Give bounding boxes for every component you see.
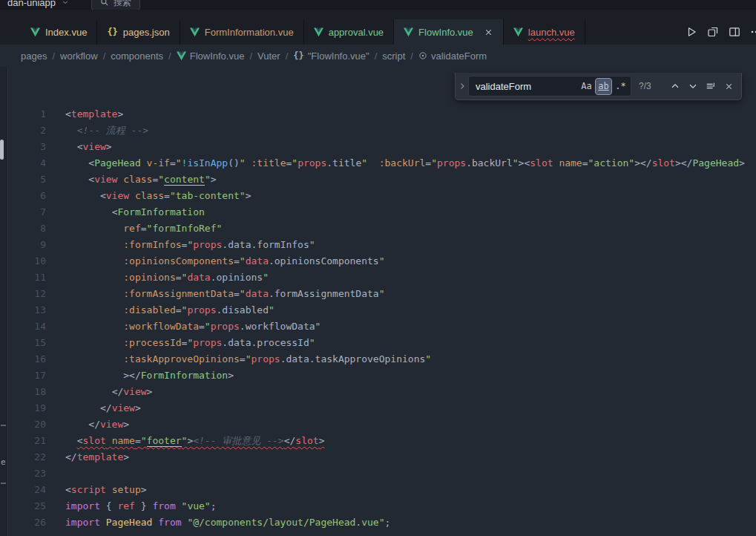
- code-line[interactable]: 9 :formInfos="props.data.formInfos": [7, 237, 756, 253]
- clipped-text-fragment: e: [1, 457, 6, 467]
- line-number: 1: [7, 106, 46, 122]
- code-line-content: ref="formInfoRef": [46, 220, 222, 237]
- line-number: 13: [7, 302, 46, 318]
- project-name[interactable]: dan-uniapp: [7, 0, 56, 8]
- breadcrumb-item[interactable]: pages: [21, 50, 47, 62]
- code-line-content: <view class="content">: [46, 171, 217, 188]
- code-line[interactable]: 23: [7, 465, 756, 482]
- command-center-search[interactable]: 搜索: [91, 0, 140, 10]
- whole-word-button[interactable]: ab: [596, 79, 611, 94]
- breadcrumb-item[interactable]: validateForm: [418, 50, 487, 62]
- close-tab-icon[interactable]: [484, 27, 493, 37]
- code-line-content: </template>: [46, 449, 129, 465]
- code-area[interactable]: 1<template>2 <!-- 流程 -->3 <view>4 <PageH…: [7, 67, 756, 536]
- find-in-selection-button[interactable]: [703, 78, 719, 94]
- run-button[interactable]: [683, 24, 699, 40]
- previous-match-button[interactable]: [667, 78, 683, 94]
- tab-index-vue[interactable]: Index.vue: [21, 19, 97, 45]
- code-line[interactable]: 3 <view>: [7, 139, 756, 155]
- code-line[interactable]: 26import PageHead from "@/components/lay…: [7, 514, 756, 531]
- vue-icon: [177, 51, 186, 61]
- code-line[interactable]: 5 <view class="content">: [7, 171, 756, 188]
- line-number: 15: [7, 335, 46, 351]
- code-line-content: <FormInformation: [46, 204, 205, 220]
- vue-icon: [30, 27, 40, 37]
- line-number: 6: [7, 188, 46, 204]
- code-line-content: :processId="props.data.processId": [46, 335, 315, 351]
- code-line-content: <!-- 流程 -->: [46, 122, 148, 139]
- breadcrumb-item[interactable]: components: [111, 50, 163, 62]
- line-number: 16: [7, 351, 46, 367]
- breadcrumb-item[interactable]: Vuter: [257, 50, 280, 62]
- line-number: 12: [7, 286, 46, 302]
- line-number: 19: [7, 400, 46, 416]
- code-line[interactable]: 17 ></FormInformation>: [7, 367, 756, 384]
- line-number: 22: [7, 449, 46, 465]
- code-line[interactable]: 4 <PageHead v-if="!isInApp()" :title="pr…: [7, 155, 756, 171]
- code-line[interactable]: 2 <!-- 流程 -->: [7, 122, 756, 139]
- toggle-replace-button[interactable]: [456, 73, 468, 99]
- run-debug-button[interactable]: [705, 24, 720, 40]
- split-icon: [729, 26, 740, 38]
- code-line-content: <template>: [46, 106, 123, 122]
- line-number: 9: [7, 237, 46, 253]
- tab-flowinfo-vue[interactable]: FlowInfo.vue: [394, 19, 504, 45]
- code-line[interactable]: 14 :workflowData="props.workflowData": [7, 318, 756, 335]
- code-line[interactable]: 8 ref="formInfoRef": [7, 220, 756, 237]
- breadcrumb-label: Vuter: [257, 50, 280, 62]
- more-actions-button[interactable]: [748, 24, 756, 40]
- code-line[interactable]: 15 :processId="props.data.processId": [7, 335, 756, 351]
- regex-button[interactable]: .*: [613, 79, 628, 94]
- code-line[interactable]: 18 </view>: [7, 384, 756, 400]
- breadcrumb-item[interactable]: FlowInfo.vue: [177, 50, 245, 62]
- code-line-content: <PageHead v-if="!isInApp()" :title="prop…: [46, 155, 745, 171]
- code-line-content: :formAssignmentData="data.formAssignment…: [46, 286, 385, 302]
- titlebar: dan-uniapp 搜索: [0, 0, 756, 10]
- vue-icon: [314, 27, 323, 37]
- code-line-content: import { ref } from "vue";: [46, 498, 217, 514]
- breadcrumb-item[interactable]: workflow: [60, 50, 98, 62]
- breadcrumb-label: pages: [21, 50, 47, 62]
- code-line[interactable]: 16 :taskApproveOpinions="props.data.task…: [7, 351, 756, 367]
- line-number: 7: [7, 204, 46, 220]
- code-line[interactable]: 11 :opinions="data.opinions": [7, 269, 756, 286]
- editor: 1<template>2 <!-- 流程 -->3 <view>4 <PageH…: [0, 67, 756, 536]
- breadcrumb: pages/workflow/components/FlowInfo.vue/V…: [0, 45, 756, 67]
- breadcrumb-item[interactable]: {}"FlowInfo.vue": [293, 50, 369, 62]
- code-line[interactable]: 21 <slot name="footer"><!-- 审批意见 --></sl…: [7, 433, 756, 449]
- code-line-content: <slot name="footer"><!-- 审批意见 --></slot>: [46, 433, 324, 449]
- code-line[interactable]: 20 </view>: [7, 416, 756, 433]
- more-icon: [750, 26, 756, 38]
- clipped-mark: [1, 425, 6, 426]
- breadcrumb-separator: /: [52, 50, 55, 62]
- clipped-mark: [1, 483, 6, 484]
- code-line[interactable]: 25import { ref } from "vue";: [7, 498, 756, 514]
- code-line[interactable]: 6 <view class="tab-content">: [7, 188, 756, 204]
- find-match-count: ?/3: [639, 81, 657, 91]
- code-line[interactable]: 22</template>: [7, 449, 756, 465]
- code-line[interactable]: 19 </view>: [7, 400, 756, 416]
- code-line[interactable]: 1<template>: [7, 106, 756, 122]
- tab-launch-vue[interactable]: launch.vue: [504, 19, 585, 45]
- tab-forminformation-vue[interactable]: FormInformation.vue: [180, 19, 304, 45]
- code-line[interactable]: 7 <FormInformation: [7, 204, 756, 220]
- breadcrumb-item[interactable]: script: [382, 50, 405, 62]
- code-line-content: :workflowData="props.workflowData": [46, 318, 321, 335]
- tab-strip: Index.vue{}pages.jsonFormInformation.vue…: [21, 19, 585, 45]
- code-line[interactable]: 10 :opinionsComponents="data.opinionsCom…: [7, 253, 756, 269]
- tab-pages-json[interactable]: {}pages.json: [97, 19, 180, 45]
- chevron-down-icon: [62, 0, 69, 6]
- line-number: 23: [7, 465, 46, 482]
- code-line[interactable]: 13 :disabled="props.disabled": [7, 302, 756, 318]
- code-line[interactable]: 12 :formAssignmentData="data.formAssignm…: [7, 286, 756, 302]
- tab-label: pages.json: [123, 27, 170, 38]
- code-line[interactable]: 24<script setup>: [7, 482, 756, 498]
- close-find-button[interactable]: [720, 78, 737, 94]
- find-input[interactable]: validateForm Aaab.*: [468, 76, 631, 97]
- code-line-content: [46, 465, 65, 482]
- split-editor-button[interactable]: [726, 24, 742, 40]
- match-case-button[interactable]: Aa: [579, 79, 594, 94]
- tab-approval-vue[interactable]: approval.vue: [304, 19, 394, 45]
- code-line-content: :taskApproveOpinions="props.data.taskApp…: [46, 351, 431, 367]
- next-match-button[interactable]: [685, 78, 701, 94]
